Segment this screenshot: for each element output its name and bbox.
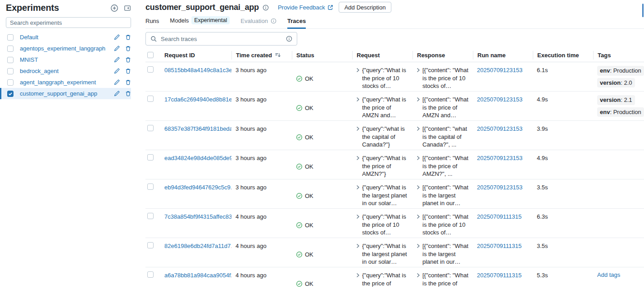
row-checkbox[interactable]	[147, 271, 154, 278]
experiment-checkbox[interactable]	[7, 46, 14, 52]
experiment-name-link[interactable]: agent_langgraph_experiment	[20, 79, 109, 86]
request-id-link[interactable]: eb94d3fed94647629c5c9...	[164, 184, 231, 191]
select-all-checkbox[interactable]	[147, 52, 154, 58]
response-preview: [{"content": "What is the price of AMZN?…	[422, 154, 468, 178]
collapse-sidebar-button[interactable]	[124, 5, 131, 12]
experiment-checkbox[interactable]	[7, 34, 14, 41]
experiment-name-link[interactable]: customer_support_genai_app	[20, 90, 109, 97]
delete-experiment-button[interactable]	[125, 68, 131, 74]
column-header-response[interactable]: Response	[413, 51, 473, 60]
edit-experiment-button[interactable]	[114, 46, 120, 51]
expand-request-chevron-icon[interactable]	[356, 126, 360, 131]
request-id-link[interactable]: 68357e387f364f9181beda...	[164, 125, 231, 132]
edit-experiment-button[interactable]	[114, 57, 120, 63]
row-checkbox[interactable]	[147, 242, 154, 248]
tab-evaluation-label: Evaluation	[240, 18, 268, 24]
expand-response-chevron-icon[interactable]	[417, 97, 420, 102]
run-name-link[interactable]: 20250709123153	[477, 184, 522, 191]
delete-experiment-button[interactable]	[125, 91, 131, 96]
delete-experiment-button[interactable]	[125, 34, 131, 40]
request-id-link[interactable]: 7c38a854bf9f4315affec83...	[164, 213, 231, 220]
request-id-link[interactable]: 08515bb48a4149c8a1c3e...	[164, 67, 231, 73]
edit-experiment-button[interactable]	[114, 34, 120, 40]
tags-cell: version: 2.1env: Production	[593, 92, 644, 120]
run-name-link[interactable]: 20250709123153	[477, 96, 522, 103]
run-name-link[interactable]: 20250709111315	[477, 272, 522, 279]
run-name-link[interactable]: 20250709111315	[477, 213, 522, 220]
experiment-name-link[interactable]: MNIST	[20, 56, 109, 63]
vertical-scrollbar-thumb[interactable]	[642, 4, 644, 17]
sort-descending-icon[interactable]	[275, 52, 281, 58]
expand-request-chevron-icon[interactable]	[356, 243, 360, 248]
run-name-link[interactable]: 20250709123153	[477, 125, 522, 132]
column-header-request[interactable]: Request	[352, 51, 413, 60]
tab-models[interactable]: Models Experimental	[170, 16, 230, 29]
experiment-name-link[interactable]: agentops_experiment_langgraph	[20, 45, 109, 52]
run-name-link[interactable]: 20250709123153	[477, 67, 522, 73]
request-id-link[interactable]: ead34824e98d4de085de9...	[164, 155, 231, 161]
experiment-checkbox[interactable]	[7, 79, 14, 86]
experiment-checkbox[interactable]	[7, 57, 14, 63]
expand-request-chevron-icon[interactable]	[356, 214, 360, 219]
provide-feedback-link[interactable]: Provide Feedback	[278, 4, 333, 11]
column-header-status[interactable]: Status	[292, 51, 352, 60]
delete-experiment-button[interactable]	[125, 46, 131, 51]
column-header-time-created[interactable]: Time created	[231, 51, 292, 60]
search-traces-input[interactable]	[161, 36, 282, 42]
expand-response-chevron-icon[interactable]	[417, 185, 420, 190]
sidebar-experiment-item[interactable]: Default	[0, 32, 131, 43]
row-checkbox[interactable]	[147, 96, 154, 102]
row-checkbox[interactable]	[147, 66, 154, 73]
request-preview: {"query":"What is the price of AMZN?"}	[362, 154, 408, 178]
expand-response-chevron-icon[interactable]	[417, 243, 420, 248]
expand-request-chevron-icon[interactable]	[356, 185, 360, 190]
sidebar-experiment-item[interactable]: MNIST	[0, 54, 131, 65]
experiment-checkbox[interactable]	[7, 68, 14, 74]
column-header-run-name[interactable]: Run name	[473, 51, 533, 60]
edit-experiment-button[interactable]	[114, 79, 120, 85]
row-checkbox[interactable]	[147, 154, 154, 161]
delete-experiment-button[interactable]	[125, 57, 131, 63]
request-cell: {"query":"What is the price of 10 stocks…	[352, 209, 413, 238]
tab-runs[interactable]: Runs	[145, 18, 159, 29]
pencil-icon	[114, 34, 120, 40]
expand-request-chevron-icon[interactable]	[356, 68, 360, 73]
experiment-name-link[interactable]: bedrock_agent	[20, 68, 109, 74]
add-description-button[interactable]: Add Description	[339, 2, 392, 13]
expand-response-chevron-icon[interactable]	[417, 214, 420, 219]
request-id-link[interactable]: a6a78bb81a984caa9054f2...	[164, 272, 231, 279]
request-id-link[interactable]: 17cda6c2694940ed8b81e...	[164, 96, 231, 103]
run-name-link[interactable]: 20250709123153	[477, 155, 522, 161]
column-header-execution-time[interactable]: Execution time	[533, 51, 593, 60]
sidebar-experiment-item[interactable]: bedrock_agent	[0, 65, 131, 77]
edit-experiment-button[interactable]	[114, 91, 120, 96]
expand-response-chevron-icon[interactable]	[417, 273, 420, 278]
search-info-icon[interactable]	[286, 36, 292, 42]
experiment-checkbox[interactable]	[7, 91, 14, 97]
experiment-info-icon[interactable]	[263, 5, 269, 11]
row-checkbox[interactable]	[147, 213, 154, 219]
sidebar-experiment-item[interactable]: agentops_experiment_langgraph	[0, 43, 131, 54]
tab-traces[interactable]: Traces	[287, 18, 306, 29]
request-id-link[interactable]: 82e6198e6db24fd7a11d7...	[164, 243, 231, 249]
experiment-name-link[interactable]: Default	[20, 34, 109, 41]
row-checkbox[interactable]	[147, 125, 154, 131]
edit-experiment-button[interactable]	[114, 68, 120, 74]
column-header-request-id[interactable]: Request ID	[160, 51, 231, 60]
expand-response-chevron-icon[interactable]	[417, 126, 420, 131]
expand-request-chevron-icon[interactable]	[356, 97, 360, 102]
expand-request-chevron-icon[interactable]	[356, 156, 360, 161]
search-experiments-input[interactable]	[6, 17, 131, 28]
sidebar-experiment-item[interactable]: agent_langgraph_experiment	[0, 77, 131, 88]
expand-response-chevron-icon[interactable]	[417, 156, 420, 161]
expand-response-chevron-icon[interactable]	[417, 68, 420, 73]
sidebar-experiment-item[interactable]: customer_support_genai_app	[0, 88, 131, 99]
delete-experiment-button[interactable]	[125, 79, 131, 85]
create-experiment-button[interactable]	[110, 4, 118, 12]
add-tags-link[interactable]: Add tags	[597, 271, 620, 279]
column-header-tags[interactable]: Tags	[593, 51, 644, 60]
tab-evaluation[interactable]: Evaluation	[240, 18, 277, 29]
row-checkbox[interactable]	[147, 183, 154, 190]
run-name-link[interactable]: 20250709111315	[477, 243, 522, 249]
expand-request-chevron-icon[interactable]	[356, 273, 360, 278]
